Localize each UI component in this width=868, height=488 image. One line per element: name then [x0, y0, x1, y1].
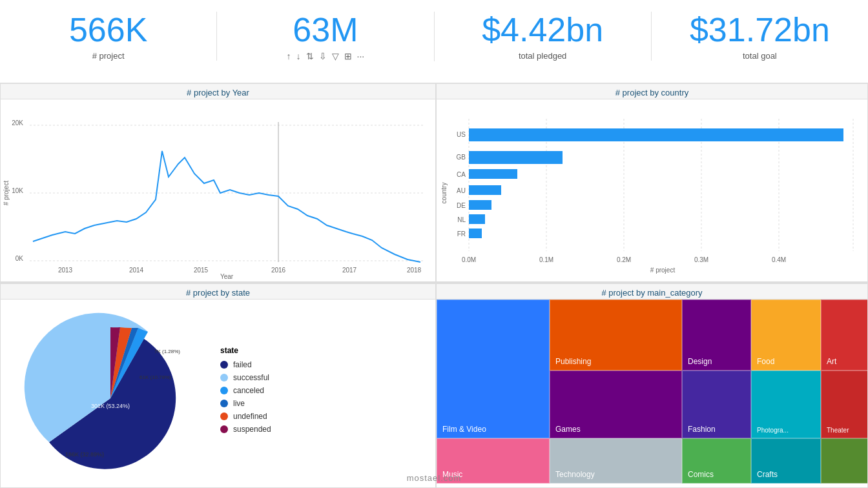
- pie-svg: 301K (53.24%) 186K (32.89%) 61K (10.78%)…: [14, 308, 207, 476]
- legend-failed: failed: [220, 360, 271, 369]
- treemap-cell-games[interactable]: Games: [550, 371, 682, 438]
- kpi-pledged: $4.42bn total pledged: [435, 12, 652, 61]
- legend-dot-canceled: [220, 387, 228, 394]
- treemap-cell-photography[interactable]: Photogra...: [751, 371, 821, 438]
- line-chart-panel: # project by Year 20K 10K 0K # project: [0, 83, 436, 282]
- filter-icon[interactable]: ▽: [332, 51, 339, 61]
- watermark: mostael.com: [407, 473, 462, 483]
- treemap-label-photography: Photogra...: [757, 427, 789, 434]
- bar-chart-panel: # project by country country US GB CA AU…: [436, 83, 868, 282]
- y-label-0k: 0K: [16, 255, 24, 262]
- treemap-label-film: Film & Video: [442, 425, 486, 434]
- treemap-label-crafts: Crafts: [757, 470, 778, 479]
- treemap-cell-design[interactable]: Design: [682, 300, 751, 371]
- legend-dot-suspended: [220, 425, 228, 433]
- line-chart-svg: 20K 10K 0K # project 2013: [1, 99, 436, 279]
- x-label-01m: 0.1M: [539, 256, 553, 263]
- treemap-cell-food[interactable]: Food: [751, 300, 821, 371]
- treemap-label-theater: Theater: [827, 427, 849, 434]
- pie-legend: state failed successful canceled: [220, 346, 271, 438]
- treemap-label-art: Art: [827, 357, 836, 366]
- kpi-projects-label: # project: [6, 51, 210, 61]
- treemap-grid: Film & Video Publishing Games Design: [437, 300, 867, 483]
- treemap-cell-comics[interactable]: Comics: [682, 438, 751, 483]
- legend-label-live: live: [233, 399, 245, 408]
- bar-us: [469, 128, 843, 141]
- x-label-2014: 2014: [129, 267, 144, 274]
- sort-desc-icon[interactable]: ↓: [296, 51, 301, 61]
- line-chart-line: [33, 151, 420, 262]
- line-chart-body: 20K 10K 0K # project 2013: [1, 99, 435, 278]
- bar-au: [469, 185, 501, 195]
- country-nl: NL: [457, 216, 466, 223]
- kpi-pledged-label: total pledged: [441, 51, 645, 61]
- country-de: DE: [457, 202, 466, 209]
- legend-suspended: suspended: [220, 425, 271, 434]
- legend-live: live: [220, 399, 271, 408]
- x-label-04m: 0.4M: [772, 256, 786, 263]
- kpi-row: 566K # project 63M ↑ ↓ ⇅ ⇩ ▽ ⊞ ··· $4.42…: [0, 0, 868, 83]
- treemap-cell-fashion[interactable]: Fashion: [682, 371, 751, 438]
- pie-chart-svg-container: 301K (53.24%) 186K (32.89%) 61K (10.78%)…: [14, 308, 207, 476]
- more-icon[interactable]: ···: [357, 51, 365, 61]
- treemap-cell-technology[interactable]: Technology: [550, 438, 682, 483]
- bar-fr: [469, 229, 482, 238]
- x-label-2013: 2013: [58, 267, 73, 274]
- country-us: US: [457, 131, 466, 138]
- x-label-2018: 2018: [407, 267, 422, 274]
- bar-chart-title: # project by country: [437, 84, 867, 99]
- expand-icon[interactable]: ⊞: [344, 51, 352, 61]
- charts-top-row: # project by Year 20K 10K 0K # project: [0, 83, 868, 283]
- country-gb: GB: [457, 154, 466, 161]
- bar-de: [469, 200, 491, 210]
- sort-asc-icon[interactable]: ↑: [287, 51, 291, 61]
- bar-chart-svg: country US GB CA AU DE NL FR: [437, 99, 863, 279]
- bar-y-axis-title: country: [440, 183, 448, 204]
- treemap-label-comics: Comics: [688, 470, 714, 479]
- treemap-cell-theater[interactable]: Theater: [821, 371, 868, 438]
- treemap-cell-film[interactable]: Film & Video: [437, 300, 550, 438]
- treemap-label-publishing: Publishing: [555, 357, 591, 366]
- legend-dot-undefined: [220, 412, 228, 420]
- kpi-backers-value: 63M: [223, 12, 427, 48]
- treemap-label-technology: Technology: [555, 470, 595, 479]
- kpi-pledged-value: $4.42bn: [441, 12, 645, 48]
- treemap-cell-crafts[interactable]: Crafts: [751, 438, 821, 483]
- bottom-row: # project by state: [0, 283, 868, 488]
- sort-down-icon[interactable]: ⇩: [319, 51, 327, 61]
- treemap-cell-art[interactable]: Art: [821, 300, 868, 371]
- treemap-label-games: Games: [555, 425, 581, 434]
- treemap-panel: # project by main_category Film & Video …: [436, 283, 868, 488]
- kpi-goal: $31.72bn total goal: [652, 12, 868, 61]
- country-fr: FR: [457, 230, 466, 238]
- x-label-2016: 2016: [271, 267, 286, 274]
- legend-dot-failed: [220, 361, 228, 369]
- pie-label-failed: 301K (53.24%): [91, 403, 130, 409]
- x-label-2017: 2017: [342, 267, 357, 274]
- sort-both-icon[interactable]: ⇅: [306, 51, 314, 61]
- legend-label-suspended: suspended: [233, 425, 271, 434]
- y-axis-title: # project: [3, 181, 10, 206]
- legend-canceled: canceled: [220, 386, 271, 395]
- kpi-toolbar: ↑ ↓ ⇅ ⇩ ▽ ⊞ ···: [223, 51, 427, 61]
- legend-title: state: [220, 346, 271, 355]
- legend-label-successful: successful: [233, 373, 269, 382]
- pie-label-live: 7K (1.28%): [154, 349, 180, 354]
- treemap-body: Film & Video Publishing Games Design: [437, 300, 867, 483]
- treemap-cell-publishing[interactable]: Publishing: [550, 300, 682, 371]
- pie-chart-title: # project by state: [1, 284, 435, 300]
- treemap-title: # project by main_category: [437, 284, 867, 300]
- y-label-10k: 10K: [12, 187, 23, 194]
- dashboard: 566K # project 63M ↑ ↓ ⇅ ⇩ ▽ ⊞ ··· $4.42…: [0, 0, 868, 488]
- line-chart-title: # project by Year: [1, 84, 435, 99]
- treemap-cell-dance[interactable]: [821, 438, 868, 483]
- kpi-projects: 566K # project: [0, 12, 217, 61]
- kpi-goal-value: $31.72bn: [658, 12, 862, 48]
- y-label-20k: 20K: [12, 119, 23, 127]
- bar-x-axis-title: # project: [650, 267, 676, 274]
- legend-dot-live: [220, 400, 228, 407]
- treemap-label-fashion: Fashion: [688, 425, 716, 434]
- legend-dot-successful: [220, 374, 228, 381]
- x-label-0m: 0.0M: [462, 256, 476, 263]
- bar-chart-body: country US GB CA AU DE NL FR: [437, 99, 867, 278]
